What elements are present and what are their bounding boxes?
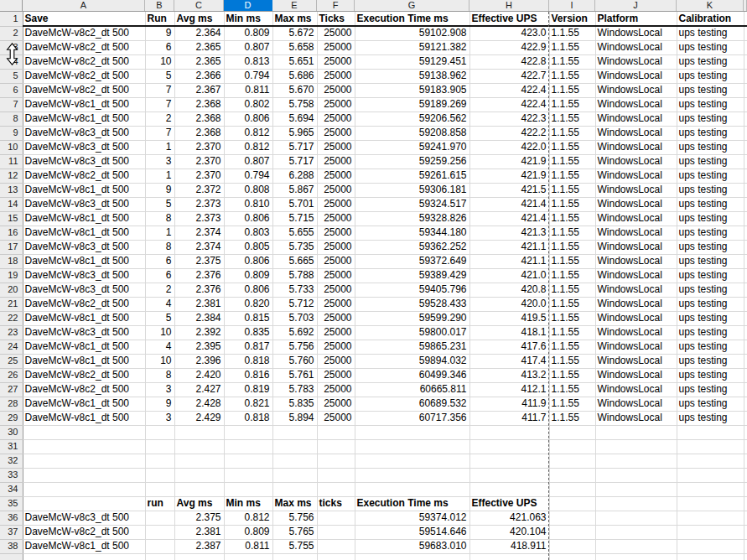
cell-K18[interactable]: ups testing: [677, 254, 744, 268]
column-header-J[interactable]: J: [595, 0, 677, 11]
cell-D36[interactable]: 0.812: [224, 511, 272, 525]
cell-H27[interactable]: 412.1: [469, 382, 549, 397]
cell-K5[interactable]: ups testing: [677, 69, 744, 83]
row-header-20[interactable]: 20: [0, 283, 23, 297]
cell-H17[interactable]: 421.1: [469, 240, 549, 254]
cell-G13[interactable]: 59306.181: [355, 183, 469, 197]
row-header-11[interactable]: 11: [0, 154, 23, 169]
cell-E34[interactable]: [272, 482, 317, 496]
cell-D17[interactable]: 0.805: [224, 240, 272, 254]
cell-H31[interactable]: [469, 439, 549, 454]
cell-D27[interactable]: 0.819: [224, 382, 272, 397]
cell-I9[interactable]: 1.1.55: [549, 126, 595, 140]
column-header-C[interactable]: C: [174, 0, 224, 11]
cell-G14[interactable]: 59324.517: [355, 197, 469, 211]
cell-J35[interactable]: [595, 496, 677, 511]
cell-A30[interactable]: [23, 425, 145, 439]
cell-I14[interactable]: 1.1.55: [549, 197, 595, 211]
cell-A3[interactable]: DaveMcW-v8c2_dt 500: [23, 40, 145, 54]
cell-A11[interactable]: DaveMcW-v8c3_dt 500: [23, 154, 145, 169]
cell-D11[interactable]: 0.807: [224, 154, 272, 169]
cell-G36[interactable]: 59374.012: [355, 511, 469, 525]
cell-I13[interactable]: 1.1.55: [549, 183, 595, 197]
cell-E5[interactable]: 5.686: [272, 69, 317, 83]
cell-J25[interactable]: WindowsLocal: [595, 354, 677, 368]
cell-D12[interactable]: 0.794: [224, 169, 272, 183]
cell-D37[interactable]: 0.809: [224, 525, 272, 539]
cell-F24[interactable]: 25000: [317, 340, 355, 354]
cell-J16[interactable]: WindowsLocal: [595, 226, 677, 240]
cell-D19[interactable]: 0.809: [224, 268, 272, 283]
cell-I29[interactable]: 1.1.55: [549, 411, 595, 425]
cell-B22[interactable]: 5: [145, 311, 174, 325]
cell-C1[interactable]: Avg ms: [174, 12, 224, 26]
row-header-1[interactable]: 1: [0, 12, 23, 26]
cell-A6[interactable]: DaveMcW-v8c2_dt 500: [23, 83, 145, 97]
cell-C2[interactable]: 2.364: [174, 26, 224, 40]
cell-I8[interactable]: 1.1.55: [549, 111, 595, 126]
cell-H21[interactable]: 420.0: [469, 297, 549, 311]
cell-F15[interactable]: 25000: [317, 211, 355, 226]
cell-B16[interactable]: 1: [145, 226, 174, 240]
cell-J1[interactable]: Platform: [595, 12, 677, 26]
cell-I10[interactable]: 1.1.55: [549, 140, 595, 154]
cell-A14[interactable]: DaveMcW-v8c3_dt 500: [23, 197, 145, 211]
cell-B2[interactable]: 9: [145, 26, 174, 40]
cell-C26[interactable]: 2.420: [174, 368, 224, 382]
cell-E1[interactable]: Max ms: [272, 12, 317, 26]
column-header-H[interactable]: H: [469, 0, 549, 11]
cell-A32[interactable]: [23, 454, 145, 468]
cell-H10[interactable]: 422.0: [469, 140, 549, 154]
cell-I24[interactable]: 1.1.55: [549, 340, 595, 354]
cell-E31[interactable]: [272, 439, 317, 454]
cell-K32[interactable]: [677, 454, 744, 468]
cell-C30[interactable]: [174, 425, 224, 439]
cell-H11[interactable]: 421.9: [469, 154, 549, 169]
cell-E21[interactable]: 5.712: [272, 297, 317, 311]
cell-B13[interactable]: 9: [145, 183, 174, 197]
cell-H13[interactable]: 421.5: [469, 183, 549, 197]
row-header-21[interactable]: 21: [0, 297, 23, 311]
cell-I15[interactable]: 1.1.55: [549, 211, 595, 226]
cell-C38[interactable]: 2.387: [174, 539, 224, 553]
cell-G18[interactable]: 59372.649: [355, 254, 469, 268]
cell-E19[interactable]: 5.788: [272, 268, 317, 283]
cell-G21[interactable]: 59528.433: [355, 297, 469, 311]
cell-B10[interactable]: 1: [145, 140, 174, 154]
cell-H16[interactable]: 421.3: [469, 226, 549, 240]
cell-F11[interactable]: 25000: [317, 154, 355, 169]
cell-J36[interactable]: [595, 511, 677, 525]
cell-B11[interactable]: 3: [145, 154, 174, 169]
cell-E6[interactable]: 5.670: [272, 83, 317, 97]
cell-B26[interactable]: 8: [145, 368, 174, 382]
cell-K28[interactable]: ups testing: [677, 397, 744, 411]
cell-D7[interactable]: 0.802: [224, 97, 272, 111]
cell-I7[interactable]: 1.1.55: [549, 97, 595, 111]
cell-J27[interactable]: WindowsLocal: [595, 382, 677, 397]
cell-A35[interactable]: [23, 496, 145, 511]
cell-I25[interactable]: 1.1.55: [549, 354, 595, 368]
row-header-8[interactable]: 8: [0, 111, 23, 126]
cell-C16[interactable]: 2.374: [174, 226, 224, 240]
cell-H2[interactable]: 423.0: [469, 26, 549, 40]
cell-H35[interactable]: Effective UPS: [469, 496, 549, 511]
cell-A31[interactable]: [23, 439, 145, 454]
cell-D4[interactable]: 0.813: [224, 54, 272, 69]
cell-D6[interactable]: 0.811: [224, 83, 272, 97]
cell-A17[interactable]: DaveMcW-v8c3_dt 500: [23, 240, 145, 254]
cell-J28[interactable]: WindowsLocal: [595, 397, 677, 411]
cell-B28[interactable]: 9: [145, 397, 174, 411]
cell-A24[interactable]: DaveMcW-v8c1_dt 500: [23, 340, 145, 354]
cell-H28[interactable]: 411.9: [469, 397, 549, 411]
cell-J33[interactable]: [595, 468, 677, 482]
cell-G22[interactable]: 59599.290: [355, 311, 469, 325]
cell-J34[interactable]: [595, 482, 677, 496]
cell-B29[interactable]: 3: [145, 411, 174, 425]
cell-I1[interactable]: Version: [549, 12, 595, 26]
cell-K34[interactable]: [677, 482, 744, 496]
cell-I32[interactable]: [549, 454, 595, 468]
cell-B20[interactable]: 2: [145, 283, 174, 297]
cell-B30[interactable]: [145, 425, 174, 439]
cell-C20[interactable]: 2.376: [174, 283, 224, 297]
cell-E7[interactable]: 5.758: [272, 97, 317, 111]
